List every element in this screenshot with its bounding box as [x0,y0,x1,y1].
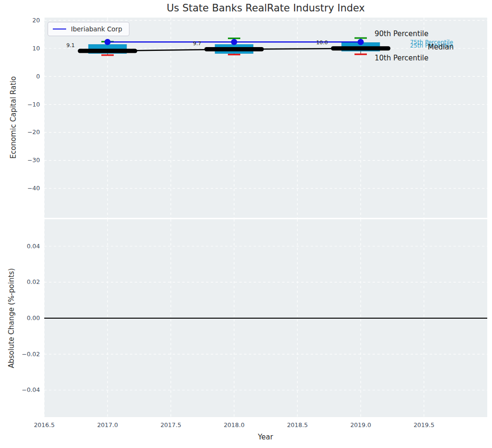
figure: Us State Banks RealRate Industry Index 9… [0,0,492,448]
bottom-y-tick-label: 0.04 [0,243,40,250]
x-tick-label: 2016.5 [23,421,66,429]
percentile-annotation: 90th Percentile [374,29,428,38]
median-value-label: 10.0 [316,39,328,46]
top-plot-svg: 9.19.710.090th Percentile75th Percentile… [44,18,487,218]
median-value-label: 9.7 [193,40,202,47]
chart-title: Us State Banks RealRate Industry Index [44,2,487,14]
company-point [231,39,237,45]
company-point [358,39,364,45]
bottom-y-tick-label: 0.00 [0,314,40,321]
top-y-tick-label: −40 [0,185,40,192]
bottom-y-tick-label: −0.02 [0,351,40,358]
legend-label: Iberiabank Corp [71,25,122,33]
x-tick-label: 2018.5 [276,421,319,429]
top-y-tick-label: 0 [0,73,40,80]
x-tick-label: 2018.0 [213,421,256,429]
top-y-tick-label: −20 [0,128,40,136]
company-point [105,39,111,45]
x-tick-label: 2017.0 [86,421,129,429]
legend-line-sample [53,29,66,29]
top-y-axis-label: Economic Capital Ratio [9,76,18,158]
x-tick-label: 2019.0 [339,421,382,429]
bottom-axes [44,219,487,417]
top-y-tick-label: −10 [0,101,40,108]
percentile-annotation: 10th Percentile [374,54,428,62]
percentile-annotation: Median [428,43,454,51]
bottom-plot-svg [44,219,487,417]
x-tick-label: 2019.5 [403,421,445,429]
x-tick-label: 2017.5 [149,421,192,429]
legend: Iberiabank Corp [48,22,129,36]
bottom-y-tick-label: −0.04 [0,386,40,393]
top-y-tick-label: −30 [0,156,40,164]
top-axes: 9.19.710.090th Percentile75th Percentile… [44,18,487,218]
bottom-y-tick-label: 0.02 [0,278,40,285]
x-axis-label: Year [258,433,273,441]
top-y-tick-label: 20 [0,17,40,24]
top-y-tick-label: 10 [0,45,40,52]
median-value-label: 9.1 [67,42,75,49]
